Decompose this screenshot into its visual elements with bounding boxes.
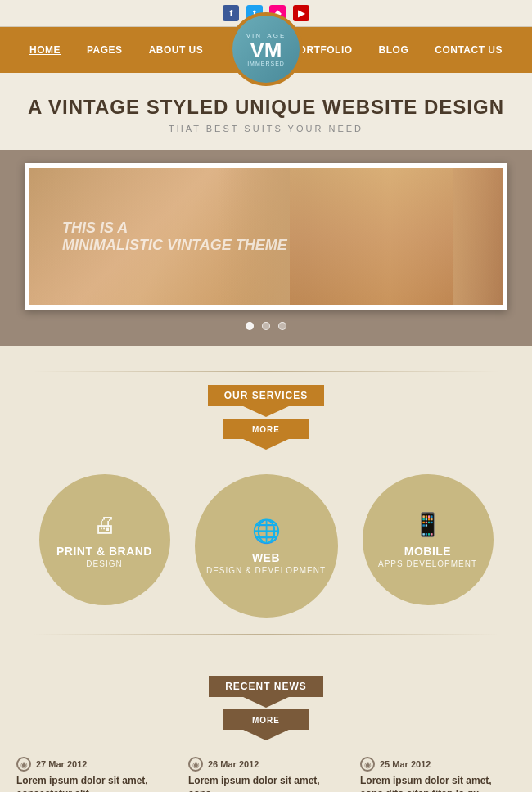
nav-blog[interactable]: BLOG	[366, 44, 422, 56]
mobile-icon: 📱	[413, 511, 442, 538]
nav-contact[interactable]: CONTACT US	[422, 44, 516, 56]
slider[interactable]: THIS IS AMINIMALISTIC VINTAGE THEME	[25, 163, 507, 310]
globe-icon-3: ◉	[360, 757, 375, 772]
services-badge-combo: OUR SERVICES MORE	[208, 385, 324, 450]
logo[interactable]: VINTAGE VM IMMERSED	[229, 12, 303, 86]
news-item-3: ◉ 25 Mar 2012 Lorem ipsum dolor sit amet…	[360, 757, 516, 792]
dot-3[interactable]	[278, 322, 286, 330]
news-grid: ◉ 27 Mar 2012 Lorem ipsum dolor sit amet…	[16, 757, 516, 792]
service-print-name: PRINT & BRAND	[56, 545, 152, 558]
service-web[interactable]: 🌐 WEB DESIGN & DEVELOPMENT	[195, 474, 338, 618]
service-web-sub: DESIGN & DEVELOPMENT	[206, 566, 326, 575]
news-date-3: 25 Mar 2012	[380, 759, 431, 769]
print-icon: 🖨	[93, 511, 116, 538]
services-circles: 🖨 PRINT & BRAND DESIGN 🌐 WEB DESIGN & DE…	[16, 474, 516, 618]
service-web-name: WEB	[252, 551, 280, 564]
globe-icon-1: ◉	[16, 757, 31, 772]
news-item-1: ◉ 27 Mar 2012 Lorem ipsum dolor sit amet…	[16, 757, 172, 792]
slide-image: THIS IS AMINIMALISTIC VINTAGE THEME	[29, 168, 503, 305]
navigation: HOME PAGES ABOUT US VINTAGE VM IMMERSED …	[0, 27, 532, 73]
nav-right: PORTFOLIO BLOG CONTACT US	[266, 44, 516, 56]
slider-dots	[25, 319, 507, 333]
services-badge: OUR SERVICES	[208, 385, 324, 406]
nav-pages[interactable]: PAGES	[74, 44, 136, 56]
logo-immersed: IMMERSED	[247, 61, 285, 66]
service-mobile-name: MOBILE	[404, 545, 451, 558]
news-date-1: 27 Mar 2012	[36, 759, 87, 769]
services-more[interactable]: MORE	[237, 423, 295, 437]
hero-title: A VINTAGE STYLED UNIQUE WEBSITE DESIGN	[16, 96, 516, 119]
dot-2[interactable]	[262, 322, 270, 330]
nav-about[interactable]: ABOUT US	[136, 44, 217, 56]
news-more[interactable]: MORE	[237, 713, 295, 727]
services-arrow	[241, 405, 291, 417]
news-section: RECENT NEWS MORE ◉ 27 Mar 2012 Lorem ips…	[0, 659, 532, 792]
service-print[interactable]: 🖨 PRINT & BRAND DESIGN	[39, 474, 170, 605]
services-section: OUR SERVICES MORE 🖨 PRINT & BRAND DESIGN…	[0, 346, 532, 659]
hero-subtitle: THAT BEST SUITS YOUR NEED	[16, 124, 516, 134]
facebook-icon[interactable]: f	[223, 5, 239, 21]
nav-home[interactable]: HOME	[16, 44, 74, 56]
globe-icon-2: ◉	[188, 757, 203, 772]
news-title-3: Lorem ipsum dolor sit amet, cons dito si…	[360, 775, 516, 792]
dot-1[interactable]	[246, 322, 254, 330]
youtube-icon[interactable]: ▶	[293, 5, 309, 21]
news-title-2: Lorem ipsum dolor sit amet, cons.	[188, 775, 344, 792]
service-mobile[interactable]: 📱 MOBILE APPS DEVELOPMENT	[363, 474, 494, 605]
slider-overlay-text: THIS IS AMINIMALISTIC VINTAGE THEME	[62, 219, 287, 254]
news-date-2: 26 Mar 2012	[208, 759, 259, 769]
news-badge-combo: RECENT NEWS MORE	[209, 676, 323, 740]
service-mobile-sub: APPS DEVELOPMENT	[378, 559, 477, 568]
services-arrow2	[241, 438, 291, 450]
service-print-sub: DESIGN	[86, 559, 122, 568]
logo-vm: VM	[250, 39, 282, 61]
news-title-1: Lorem ipsum dolor sit amet, consectetur …	[16, 775, 172, 792]
news-arrow	[241, 696, 291, 708]
slider-section: THIS IS AMINIMALISTIC VINTAGE THEME	[0, 150, 532, 346]
news-arrow2	[241, 729, 291, 740]
news-badge: RECENT NEWS	[209, 676, 323, 697]
news-item-2: ◉ 26 Mar 2012 Lorem ipsum dolor sit amet…	[188, 757, 344, 792]
web-icon: 🌐	[252, 518, 281, 545]
